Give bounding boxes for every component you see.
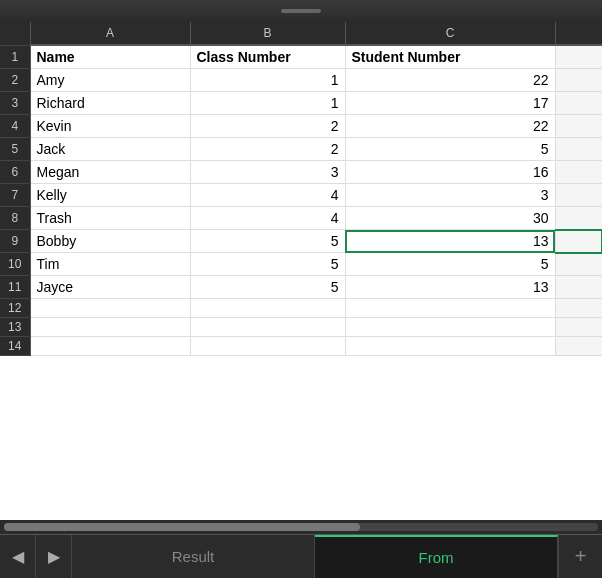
col-header-a[interactable]: A xyxy=(30,22,190,45)
cell-a-1[interactable]: Name xyxy=(30,45,190,69)
row-number-7: 7 xyxy=(0,184,30,207)
cell-a-8[interactable]: Trash xyxy=(30,207,190,230)
spreadsheet-table: A B C 1NameClass NumberStudent Number2Am… xyxy=(0,22,602,356)
scrollbar-thumb[interactable] xyxy=(4,523,360,531)
cell-a-9[interactable]: Bobby xyxy=(30,230,190,253)
cell-c-1[interactable]: Student Number xyxy=(345,45,555,69)
cell-extra-5 xyxy=(555,138,602,161)
cell-a-11[interactable]: Jayce xyxy=(30,276,190,299)
cell-b-7[interactable]: 4 xyxy=(190,184,345,207)
table-row: 8Trash430 xyxy=(0,207,602,230)
cell-b-4[interactable]: 2 xyxy=(190,115,345,138)
cell-a-5[interactable]: Jack xyxy=(30,138,190,161)
col-header-c[interactable]: C xyxy=(345,22,555,45)
cell-extra-14 xyxy=(555,337,602,356)
row-number-2: 2 xyxy=(0,69,30,92)
table-row: 14 xyxy=(0,337,602,356)
cell-c-6[interactable]: 16 xyxy=(345,161,555,184)
cell-a-10[interactable]: Tim xyxy=(30,253,190,276)
cell-extra-2 xyxy=(555,69,602,92)
cell-a-13[interactable] xyxy=(30,318,190,337)
table-row: 10Tim55 xyxy=(0,253,602,276)
cell-extra-13 xyxy=(555,318,602,337)
tab-next-button[interactable]: ▶ xyxy=(36,535,72,578)
row-number-8: 8 xyxy=(0,207,30,230)
tab-add-button[interactable]: + xyxy=(558,535,602,578)
cell-extra-8 xyxy=(555,207,602,230)
cell-extra-4 xyxy=(555,115,602,138)
cell-c-3[interactable]: 17 xyxy=(345,92,555,115)
table-row: 12 xyxy=(0,299,602,318)
top-drag-bar xyxy=(0,0,602,22)
horizontal-scrollbar[interactable] xyxy=(0,520,602,534)
cell-extra-6 xyxy=(555,161,602,184)
drag-handle xyxy=(281,9,321,13)
tab-prev-button[interactable]: ◀ xyxy=(0,535,36,578)
cell-b-9[interactable]: 5 xyxy=(190,230,345,253)
table-row: 11Jayce513 xyxy=(0,276,602,299)
col-header-extra xyxy=(555,22,602,45)
table-row: 2Amy122 xyxy=(0,69,602,92)
row-number-10: 10 xyxy=(0,253,30,276)
cell-a-12[interactable] xyxy=(30,299,190,318)
row-number-1: 1 xyxy=(0,45,30,69)
table-row: 3Richard117 xyxy=(0,92,602,115)
cell-c-7[interactable]: 3 xyxy=(345,184,555,207)
row-number-6: 6 xyxy=(0,161,30,184)
tab-result-label: Result xyxy=(172,548,215,565)
cell-extra-10 xyxy=(555,253,602,276)
row-number-12: 12 xyxy=(0,299,30,318)
cell-c-9[interactable]: 13 xyxy=(345,230,555,253)
spreadsheet-container: A B C 1NameClass NumberStudent Number2Am… xyxy=(0,22,602,534)
cell-b-12[interactable] xyxy=(190,299,345,318)
cell-a-3[interactable]: Richard xyxy=(30,92,190,115)
cell-b-2[interactable]: 1 xyxy=(190,69,345,92)
cell-c-8[interactable]: 30 xyxy=(345,207,555,230)
tab-from[interactable]: From xyxy=(315,535,558,578)
row-number-3: 3 xyxy=(0,92,30,115)
table-row: 1NameClass NumberStudent Number xyxy=(0,45,602,69)
tab-from-label: From xyxy=(419,549,454,566)
row-number-5: 5 xyxy=(0,138,30,161)
cell-c-12[interactable] xyxy=(345,299,555,318)
cell-b-5[interactable]: 2 xyxy=(190,138,345,161)
scrollbar-track xyxy=(4,523,598,531)
table-row: 5Jack25 xyxy=(0,138,602,161)
tab-bar: ◀ ▶ Result From + xyxy=(0,534,602,578)
cell-b-14[interactable] xyxy=(190,337,345,356)
cell-b-3[interactable]: 1 xyxy=(190,92,345,115)
cell-a-14[interactable] xyxy=(30,337,190,356)
cell-b-6[interactable]: 3 xyxy=(190,161,345,184)
column-header-row: A B C xyxy=(0,22,602,45)
cell-b-10[interactable]: 5 xyxy=(190,253,345,276)
cell-b-8[interactable]: 4 xyxy=(190,207,345,230)
plus-icon: + xyxy=(575,545,587,568)
tab-result[interactable]: Result xyxy=(72,535,315,578)
cell-extra-9 xyxy=(555,230,602,253)
cell-b-1[interactable]: Class Number xyxy=(190,45,345,69)
row-number-9: 9 xyxy=(0,230,30,253)
cell-b-11[interactable]: 5 xyxy=(190,276,345,299)
cell-c-14[interactable] xyxy=(345,337,555,356)
cell-extra-12 xyxy=(555,299,602,318)
cell-a-4[interactable]: Kevin xyxy=(30,115,190,138)
cell-c-11[interactable]: 13 xyxy=(345,276,555,299)
cell-b-13[interactable] xyxy=(190,318,345,337)
chevron-right-icon: ▶ xyxy=(48,547,60,566)
chevron-left-icon: ◀ xyxy=(12,547,24,566)
cell-c-4[interactable]: 22 xyxy=(345,115,555,138)
table-row: 9Bobby513 xyxy=(0,230,602,253)
cell-c-5[interactable]: 5 xyxy=(345,138,555,161)
col-header-b[interactable]: B xyxy=(190,22,345,45)
cell-c-2[interactable]: 22 xyxy=(345,69,555,92)
cell-a-6[interactable]: Megan xyxy=(30,161,190,184)
row-number-14: 14 xyxy=(0,337,30,356)
cell-c-10[interactable]: 5 xyxy=(345,253,555,276)
cell-a-2[interactable]: Amy xyxy=(30,69,190,92)
table-row: 4Kevin222 xyxy=(0,115,602,138)
cell-c-13[interactable] xyxy=(345,318,555,337)
cell-a-7[interactable]: Kelly xyxy=(30,184,190,207)
cell-extra-7 xyxy=(555,184,602,207)
cell-extra-11 xyxy=(555,276,602,299)
row-number-13: 13 xyxy=(0,318,30,337)
